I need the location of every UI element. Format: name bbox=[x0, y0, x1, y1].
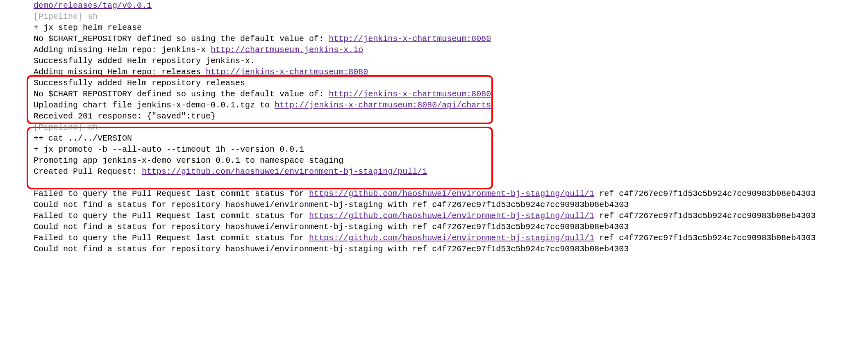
log-text: No $CHART_REPOSITORY defined so using th… bbox=[34, 34, 329, 43]
log-line: + jx promote -b --all-auto --timeout 1h … bbox=[34, 144, 834, 155]
pull-request-link[interactable]: https://github.com/haoshuwei/environment… bbox=[309, 189, 594, 198]
log-line: No $CHART_REPOSITORY defined so using th… bbox=[34, 89, 834, 100]
pull-request-link[interactable]: https://github.com/haoshuwei/environment… bbox=[309, 211, 594, 221]
log-line: Uploading chart file jenkins-x-demo-0.0.… bbox=[34, 100, 834, 111]
log-text: Uploading chart file jenkins-x-demo-0.0.… bbox=[34, 100, 275, 110]
log-line: Promoting app jenkins-x-demo version 0.0… bbox=[34, 155, 834, 166]
log-line: + jx step helm release bbox=[34, 22, 834, 33]
log-line: Failed to query the Pull Request last co… bbox=[34, 188, 834, 210]
log-text: No $CHART_REPOSITORY defined so using th… bbox=[34, 89, 329, 99]
log-line: demo/releases/tag/v0.0.1 bbox=[34, 0, 834, 11]
log-text: Created Pull Request: bbox=[34, 167, 142, 176]
pipeline-label: [Pipeline] sh bbox=[34, 122, 834, 133]
log-line: ++ cat ../../VERSION bbox=[34, 133, 834, 144]
log-line: No $CHART_REPOSITORY defined so using th… bbox=[34, 33, 834, 44]
log-line: Adding missing Helm repo: jenkins-x http… bbox=[34, 44, 834, 55]
log-line: Failed to query the Pull Request last co… bbox=[34, 210, 834, 232]
log-text: Adding missing Helm repo: jenkins-x bbox=[34, 45, 211, 55]
log-text: Failed to query the Pull Request last co… bbox=[34, 189, 309, 198]
chartmuseum-link[interactable]: http://jenkins-x-chartmuseum:8080 bbox=[206, 67, 368, 77]
upload-link[interactable]: http://jenkins-x-chartmuseum:8080/api/ch… bbox=[275, 100, 491, 110]
log-line: Successfully added Helm repository jenki… bbox=[34, 55, 834, 66]
pull-request-link[interactable]: https://github.com/haoshuwei/environment… bbox=[309, 233, 594, 243]
log-text: Failed to query the Pull Request last co… bbox=[34, 211, 309, 221]
log-text: Failed to query the Pull Request last co… bbox=[34, 233, 309, 243]
pull-request-link[interactable]: https://github.com/haoshuwei/environment… bbox=[142, 167, 427, 176]
chartmuseum-link[interactable]: http://jenkins-x-chartmuseum:8080 bbox=[329, 89, 491, 99]
log-text: Adding missing Helm repo: releases bbox=[34, 67, 206, 77]
log-line: Adding missing Helm repo: releases http:… bbox=[34, 66, 834, 77]
release-tag-link[interactable]: demo/releases/tag/v0.0.1 bbox=[34, 1, 152, 10]
pipeline-label: [Pipeline] sh bbox=[34, 11, 834, 22]
log-line: Received 201 response: {"saved":true} bbox=[34, 111, 834, 122]
chartmuseum-link[interactable]: http://chartmuseum.jenkins-x.io bbox=[211, 45, 363, 55]
log-line: Created Pull Request: https://github.com… bbox=[34, 166, 834, 177]
blank-line bbox=[34, 177, 834, 188]
log-line: Successfully added Helm repository relea… bbox=[34, 77, 834, 89]
chartmuseum-link[interactable]: http://jenkins-x-chartmuseum:8080 bbox=[329, 34, 491, 43]
log-output: demo/releases/tag/v0.0.1 [Pipeline] sh +… bbox=[0, 0, 868, 255]
log-line: Failed to query the Pull Request last co… bbox=[34, 232, 834, 255]
